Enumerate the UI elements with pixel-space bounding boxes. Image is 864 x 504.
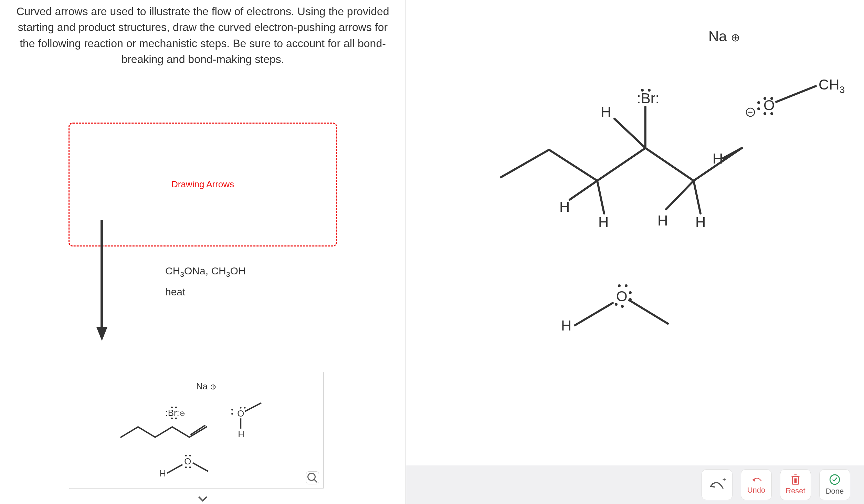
reagents-line1-html: CH3ONa, CH3OH xyxy=(165,265,245,276)
svg-point-10 xyxy=(244,407,246,409)
check-circle-icon xyxy=(829,474,841,485)
svg-point-4 xyxy=(171,418,173,419)
undo-icon xyxy=(750,475,762,484)
svg-text:H: H xyxy=(657,212,668,229)
canvas-methoxide: O CH3 xyxy=(746,76,845,116)
svg-text:H: H xyxy=(601,104,611,120)
svg-line-42 xyxy=(723,148,742,158)
svg-line-61 xyxy=(629,300,668,324)
svg-text:H: H xyxy=(695,214,706,230)
svg-point-23 xyxy=(308,473,315,481)
svg-line-37 xyxy=(597,181,604,213)
svg-point-56 xyxy=(625,284,628,287)
svg-line-40 xyxy=(666,181,694,209)
svg-point-2 xyxy=(171,407,173,408)
svg-point-44 xyxy=(641,89,644,92)
product-br-label: :Br:⊖ xyxy=(166,408,185,418)
reagents-line1: CH3ONa, CH3OH xyxy=(165,265,245,279)
app-root: Curved arrows are used to illustrate the… xyxy=(0,0,864,504)
svg-text:CH3: CH3 xyxy=(819,76,845,95)
svg-point-5 xyxy=(175,418,177,419)
reagents-line2: heat xyxy=(165,286,245,298)
svg-text:O: O xyxy=(616,288,628,304)
svg-text:H: H xyxy=(559,199,570,215)
svg-point-20 xyxy=(185,466,187,468)
canvas-svg: Na ⊕ O CH3 xyxy=(406,0,864,504)
zoom-button[interactable] xyxy=(306,471,319,484)
svg-text:O: O xyxy=(237,409,244,418)
canvas-methanol: H O xyxy=(561,284,668,334)
svg-point-21 xyxy=(189,466,191,468)
done-button[interactable]: Done xyxy=(819,469,850,500)
right-panel: Na ⊕ O CH3 xyxy=(406,0,864,504)
svg-point-28 xyxy=(763,112,766,115)
svg-line-53 xyxy=(575,303,613,325)
svg-text:O: O xyxy=(184,456,191,466)
product-methanol: H O xyxy=(160,455,208,478)
svg-point-59 xyxy=(615,303,618,306)
svg-text:H: H xyxy=(160,469,166,478)
product-structure-card[interactable]: Na ⊕ :Br:⊖ O H xyxy=(69,372,324,489)
canvas-substrate xyxy=(501,107,742,213)
svg-text:+: + xyxy=(723,476,726,483)
product-methoxide: O H xyxy=(231,403,261,439)
question-prompt: Curved arrows are used to illustrate the… xyxy=(7,3,399,67)
done-label: Done xyxy=(826,487,844,496)
left-panel: Curved arrows are used to illustrate the… xyxy=(0,0,406,504)
svg-text::Br:: :Br: xyxy=(637,90,659,106)
drawing-canvas[interactable]: Na ⊕ O CH3 xyxy=(406,0,864,504)
reagents-text: CH3ONa, CH3OH heat xyxy=(165,265,245,298)
svg-line-16 xyxy=(167,464,183,473)
svg-point-26 xyxy=(763,97,766,100)
svg-marker-1 xyxy=(96,327,107,341)
reset-button[interactable]: Reset xyxy=(780,469,811,500)
svg-point-60 xyxy=(621,305,624,308)
svg-point-45 xyxy=(648,89,651,92)
svg-point-30 xyxy=(757,101,760,104)
curved-arrow-tool-button[interactable]: + xyxy=(702,469,733,500)
svg-line-22 xyxy=(193,463,208,471)
scroll-down-indicator[interactable] xyxy=(196,492,210,504)
svg-point-18 xyxy=(185,455,187,456)
svg-point-57 xyxy=(629,291,632,294)
svg-line-36 xyxy=(570,181,597,200)
svg-text:H: H xyxy=(238,429,244,439)
svg-point-8 xyxy=(231,413,233,415)
magnifier-icon xyxy=(306,472,319,484)
svg-line-41 xyxy=(694,181,700,213)
product-structure-svg: Na ⊕ :Br:⊖ O H xyxy=(69,372,323,489)
undo-button[interactable]: Undo xyxy=(741,469,772,500)
product-alkene xyxy=(121,426,207,437)
svg-text:H: H xyxy=(713,150,723,167)
svg-point-55 xyxy=(618,284,621,287)
reset-label: Reset xyxy=(786,486,805,495)
svg-point-31 xyxy=(757,107,760,110)
svg-point-9 xyxy=(240,407,242,409)
svg-point-27 xyxy=(770,97,773,100)
svg-text:H: H xyxy=(598,214,609,230)
svg-line-34 xyxy=(776,86,816,102)
curved-arrow-icon: + xyxy=(708,475,726,494)
drawing-box-label: Drawing Arrows xyxy=(171,179,234,190)
reaction-arrow-block: CH3ONa, CH3OH heat xyxy=(96,220,268,344)
undo-label: Undo xyxy=(747,486,766,495)
chevron-down-icon xyxy=(196,492,210,504)
trash-icon xyxy=(790,474,801,485)
canvas-substrate-labels: :Br: H H H H H H xyxy=(559,89,723,230)
svg-point-3 xyxy=(175,407,177,408)
svg-point-29 xyxy=(770,112,773,115)
product-na-label: Na ⊕ xyxy=(196,381,216,391)
canvas-na: Na ⊕ xyxy=(708,28,740,44)
svg-line-12 xyxy=(245,403,261,411)
svg-line-6 xyxy=(191,426,205,434)
svg-text:H: H xyxy=(561,317,571,334)
svg-point-19 xyxy=(189,455,191,456)
svg-line-39 xyxy=(614,119,645,148)
toolbar: + Undo Reset xyxy=(406,465,864,504)
svg-point-7 xyxy=(231,409,233,411)
svg-line-24 xyxy=(314,480,317,483)
